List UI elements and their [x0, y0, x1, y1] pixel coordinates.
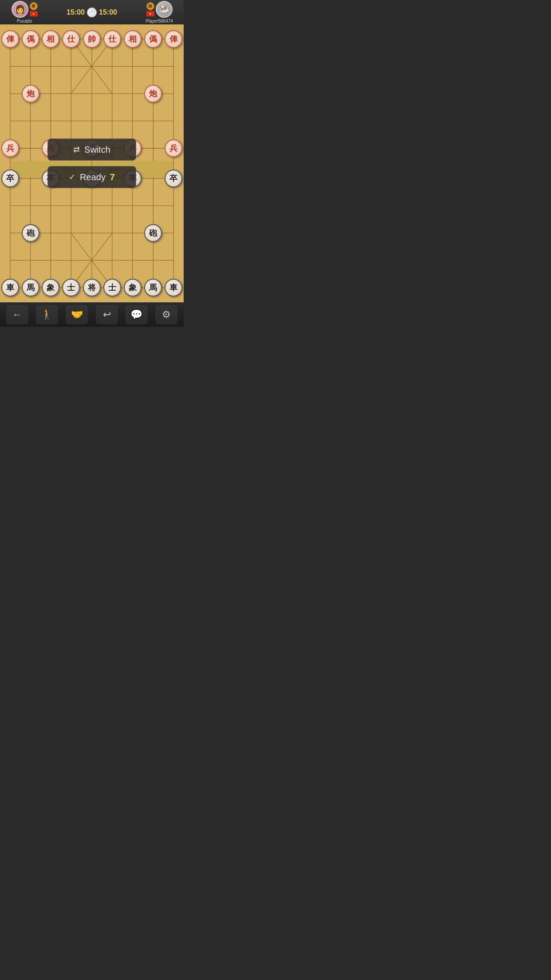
ready-button[interactable]: ✓ Ready 7	[47, 166, 136, 188]
undo-icon: ↩	[103, 309, 111, 320]
piece-red[interactable]: 俥	[1, 30, 19, 48]
piece-black[interactable]: 車	[1, 279, 19, 296]
undo-button[interactable]: ↩	[96, 305, 118, 324]
badge-left: 将	[30, 2, 38, 10]
piece-black[interactable]: 馬	[22, 279, 39, 296]
overlay-buttons: ⇄ Switch ✓ Ready 7	[47, 138, 136, 188]
piece-red[interactable]: 仕	[62, 30, 80, 48]
piece-black[interactable]: 車	[165, 279, 182, 296]
chat-icon: 💬	[130, 309, 142, 320]
player-name-right: Player566474	[146, 19, 173, 24]
badge-right: 帅	[146, 2, 154, 10]
player-name-left: Pucado	[17, 19, 32, 24]
player-right: 帅 ★ 🐏 Player566474	[139, 1, 179, 24]
back-icon: ←	[12, 309, 22, 320]
check-icon: ✓	[69, 172, 75, 182]
piece-red[interactable]: 仕	[103, 30, 121, 48]
timer-section: 15:00 🕐 15:00	[44, 8, 139, 17]
person-icon: 🚶	[41, 309, 53, 320]
game-header: 👩 将 ★ Pucado 15:00 🕐 15:00 帅 ★ 🐏 Player5…	[0, 0, 184, 24]
timer-right: 15:00	[99, 8, 117, 16]
handshake-icon: 🤝	[71, 309, 83, 320]
chat-button[interactable]: 💬	[126, 305, 148, 324]
ready-count: 7	[110, 172, 115, 182]
piece-red[interactable]: 炮	[144, 85, 162, 103]
avatar-left: 👩	[12, 1, 28, 18]
piece-red[interactable]: 傌	[144, 30, 162, 48]
piece-black[interactable]: 象	[124, 279, 142, 296]
handshake-button[interactable]: 🤝	[66, 305, 88, 324]
flag-left: ★	[30, 11, 38, 16]
switch-button[interactable]: ⇄ Switch	[47, 138, 136, 161]
piece-black[interactable]: 士	[103, 279, 121, 296]
clock-icon: 🕐	[87, 8, 97, 17]
piece-red[interactable]: 相	[42, 30, 59, 48]
piece-black[interactable]: 将	[83, 279, 101, 296]
piece-red[interactable]: 兵	[1, 139, 19, 157]
flag-right: ★	[146, 11, 154, 16]
settings-icon: ⚙	[162, 309, 171, 320]
piece-red[interactable]: 俥	[165, 30, 182, 48]
piece-red[interactable]: 傌	[22, 30, 39, 48]
switch-icon: ⇄	[73, 145, 80, 154]
piece-red[interactable]: 炮	[22, 85, 39, 103]
back-button[interactable]: ←	[6, 305, 28, 324]
piece-black[interactable]: 卒	[165, 170, 182, 187]
person-button[interactable]: 🚶	[36, 305, 58, 324]
board-wrapper: 楚河 漢界 俥傌相仕帥仕相傌俥炮炮兵兵	[0, 24, 184, 302]
switch-label: Switch	[84, 145, 110, 155]
timer-left: 15:00	[67, 8, 85, 16]
piece-red[interactable]: 帥	[83, 30, 101, 48]
piece-black[interactable]: 象	[42, 279, 59, 296]
settings-button[interactable]: ⚙	[155, 305, 177, 324]
piece-black[interactable]: 馬	[144, 279, 162, 296]
piece-black[interactable]: 砲	[144, 224, 162, 242]
board-container: 楚河 漢界 俥傌相仕帥仕相傌俥炮炮兵兵	[0, 24, 184, 302]
piece-black[interactable]: 士	[62, 279, 80, 296]
bottom-bar: ← 🚶 🤝 ↩ 💬 ⚙	[0, 302, 184, 327]
ready-label: Ready	[80, 172, 106, 182]
piece-black[interactable]: 砲	[22, 224, 39, 242]
player-left: 👩 将 ★ Pucado	[4, 1, 44, 24]
piece-red[interactable]: 相	[124, 30, 142, 48]
piece-black[interactable]: 卒	[1, 170, 19, 187]
avatar-right: 🐏	[156, 1, 173, 18]
piece-red[interactable]: 兵	[165, 139, 182, 157]
